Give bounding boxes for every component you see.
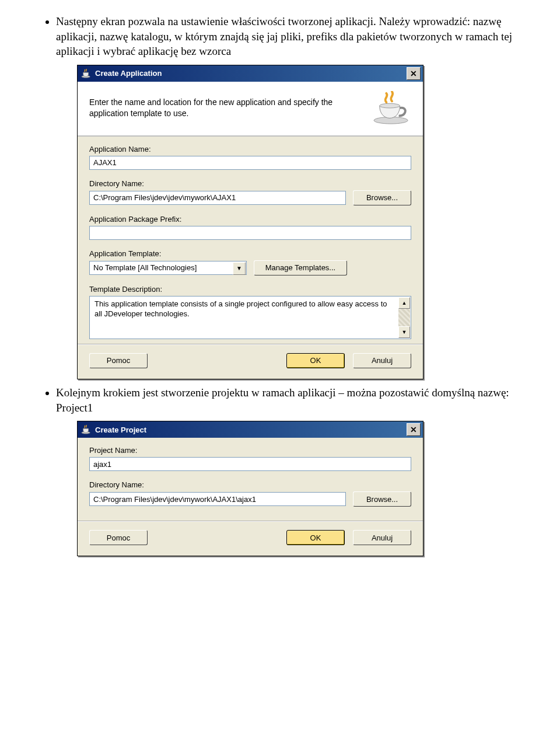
proj-dir-input[interactable] [89,492,346,506]
dir-name-label: Directory Name: [89,179,411,188]
scroll-up-icon[interactable]: ▲ [398,297,410,309]
browse-button[interactable]: Browse... [353,190,411,205]
dialog-footer-2: Pomoc OK Anuluj [78,521,423,556]
template-desc-label: Template Description: [89,285,411,294]
scroll-down-icon[interactable]: ▼ [398,326,410,338]
close-button[interactable]: ✕ [407,67,421,80]
dialog-footer: Pomoc OK Anuluj [78,344,423,379]
intro-bullet-1: Następny ekran pozwala na ustawienie wła… [56,14,539,59]
dir-name-input[interactable] [89,191,346,205]
svg-point-2 [380,103,400,108]
intro-bullet-2: Kolejnym krokiem jest stworzenie projekt… [56,385,539,415]
java-cup-large-icon [372,91,411,125]
pkg-prefix-label: Application Package Prefix: [89,215,411,224]
dialog-title-2: Create Project [95,425,407,434]
cancel-button[interactable]: Anuluj [353,353,411,368]
app-name-label: Application Name: [89,145,411,154]
java-cup-icon [81,69,92,78]
pkg-prefix-input[interactable] [89,226,411,240]
ok-button[interactable]: OK [286,353,345,368]
dialog-title: Create Application [95,69,407,78]
create-application-dialog: Create Application ✕ Enter the name and … [77,65,424,379]
dialog-header-text: Enter the name and location for the new … [89,97,372,119]
proj-name-label: Project Name: [89,446,411,455]
titlebar: Create Application ✕ [78,65,423,82]
ok-button-2[interactable]: OK [286,530,345,545]
app-template-value[interactable] [89,261,247,275]
titlebar-2: Create Project ✕ [78,421,423,438]
chevron-down-icon[interactable]: ▼ [233,262,246,275]
java-cup-icon [81,425,92,434]
app-template-combo[interactable]: ▼ [89,261,247,275]
app-name-input[interactable] [89,156,411,170]
app-template-label: Application Template: [89,249,411,258]
close-button-2[interactable]: ✕ [407,423,421,436]
create-project-dialog: Create Project ✕ Project Name: Directory… [77,421,424,556]
scroll-track[interactable] [398,309,410,326]
proj-dir-label: Directory Name: [89,480,411,489]
scrollbar[interactable]: ▲ ▼ [398,297,410,338]
help-button-2[interactable]: Pomoc [89,530,148,545]
close-icon: ✕ [410,69,417,78]
manage-templates-button[interactable]: Manage Templates... [254,260,347,275]
help-button[interactable]: Pomoc [89,353,148,368]
template-desc-text: This application template consists of a … [94,299,387,319]
close-icon: ✕ [410,425,417,434]
proj-name-input[interactable] [89,457,411,471]
browse-button-2[interactable]: Browse... [353,491,411,507]
template-desc-box: This application template consists of a … [89,296,411,339]
dialog-header-band: Enter the name and location for the new … [78,82,423,137]
cancel-button-2[interactable]: Anuluj [353,530,411,545]
